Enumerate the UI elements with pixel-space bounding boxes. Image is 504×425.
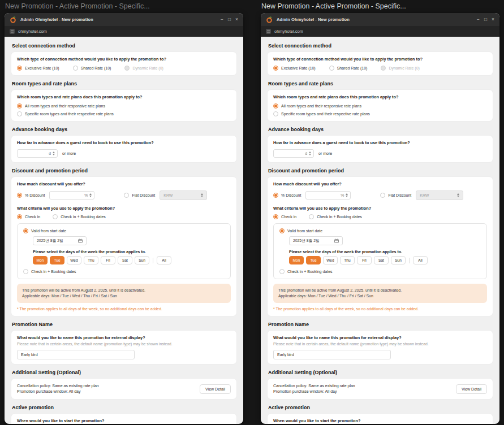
radio-specific-rooms[interactable]: Specific room types and their respective… (273, 111, 487, 116)
day-sun-button[interactable]: Sun (135, 256, 149, 264)
percent-stepper[interactable]: % (305, 191, 351, 200)
radio-icon[interactable] (124, 193, 129, 198)
day-mon-button[interactable]: Mon (33, 256, 48, 264)
section-heading-active: Active promotion (12, 405, 236, 411)
day-all-button[interactable]: All (413, 256, 428, 264)
day-sun-button[interactable]: Sun (391, 256, 406, 264)
radio-flat-discount[interactable]: Flat Discount (124, 193, 155, 198)
percent-input[interactable] (52, 193, 83, 197)
section-heading-rooms: Room types and rate plans (268, 81, 492, 87)
maximize-icon[interactable]: □ (484, 17, 487, 22)
discount-question: How much discount will you offer? (17, 181, 231, 187)
radio-check-in[interactable]: Check in (273, 214, 296, 219)
radio-exclusive-rate[interactable]: Exclusive Rate (10) (17, 66, 59, 71)
day-thu-button[interactable]: Thu (84, 256, 98, 264)
day-all-button[interactable]: All (157, 256, 171, 264)
view-detail-button[interactable]: View Detail (200, 384, 231, 394)
connection-card: Which type of connection method would yo… (268, 52, 493, 75)
radio-icon[interactable] (23, 228, 28, 233)
left-titlebar[interactable]: Admin Ohmyhotel - New promotion − □ × (5, 13, 243, 26)
radio-icon[interactable] (53, 214, 58, 219)
stepper-arrows-icon (201, 193, 203, 198)
radio-icon[interactable] (273, 193, 278, 198)
radio-icon[interactable] (17, 66, 22, 71)
radio-checkin-booking-2[interactable]: Check in + Booking dates (279, 269, 481, 274)
radio-icon[interactable] (17, 193, 22, 198)
section-heading-discount: Discount and promotion period (12, 168, 236, 174)
section-heading-additional: Additional Setting (Optional) (12, 370, 236, 376)
calendar-icon[interactable] (78, 238, 83, 243)
radio-icon[interactable] (17, 103, 22, 109)
radio-checkin-booking-2[interactable]: Check in + Booking dates (23, 269, 225, 274)
radio-icon[interactable] (329, 66, 334, 71)
promotion-notice: This promotion will be active from Augus… (273, 284, 487, 303)
radio-icon[interactable] (273, 103, 278, 109)
radio-icon[interactable] (17, 214, 22, 219)
advance-days-input[interactable] (276, 151, 303, 155)
advance-days-stepper[interactable]: d (273, 149, 314, 158)
stepper-arrows-icon[interactable] (346, 193, 348, 198)
start-date-picker[interactable]: 2025년 8월 2일 (33, 236, 87, 245)
radio-all-rooms[interactable]: All room types and their responsive rate… (17, 103, 231, 109)
stepper-arrows-icon[interactable] (89, 193, 92, 198)
calendar-icon[interactable] (334, 238, 339, 243)
promotion-name-input[interactable] (17, 350, 135, 359)
radio-checkin-booking[interactable]: Check in + Booking dates (53, 214, 106, 219)
radio-icon[interactable] (279, 269, 285, 274)
radio-flat-discount[interactable]: Flat Discount (380, 193, 411, 198)
radio-icon[interactable] (23, 269, 28, 274)
percent-input[interactable] (308, 193, 339, 197)
promotion-name-input[interactable] (273, 350, 391, 359)
minimize-icon[interactable]: − (477, 17, 480, 22)
radio-icon[interactable] (279, 228, 285, 233)
day-tue-button[interactable]: Tue (306, 256, 321, 264)
minimize-icon[interactable]: − (221, 17, 223, 22)
right-titlebar[interactable]: Admin Ohmyhotel - New promotion − □ × (261, 13, 499, 26)
close-icon[interactable]: × (492, 17, 494, 22)
left-urlbar[interactable]: ohmyhotel.com (5, 26, 243, 37)
day-sat-button[interactable]: Sat (118, 256, 132, 264)
stepper-arrows-icon[interactable] (309, 151, 311, 156)
day-thu-button[interactable]: Thu (340, 256, 355, 264)
radio-shared-rate[interactable]: Shared Rate (10) (329, 66, 368, 71)
advance-days-stepper[interactable]: d (17, 149, 58, 158)
maximize-icon[interactable]: □ (228, 17, 231, 22)
discount-card: How much discount will you offer? % Disc… (268, 177, 493, 316)
radio-percent-discount[interactable]: % Discount (273, 193, 301, 198)
radio-icon[interactable] (380, 193, 385, 198)
left-window-caption: New Promotion - Active Promotion - Speci… (5, 2, 243, 11)
section-heading-advance: Advance booking days (12, 127, 236, 133)
day-tue-button[interactable]: Tue (50, 256, 64, 264)
day-fri-button[interactable]: Fri (101, 256, 115, 264)
radio-checkin-booking[interactable]: Check in + Booking dates (309, 214, 362, 219)
advance-days-input[interactable] (20, 151, 47, 155)
divider (409, 258, 410, 263)
day-wed-button[interactable]: Wed (67, 256, 81, 264)
radio-shared-rate[interactable]: Shared Rate (10) (73, 66, 111, 71)
radio-icon[interactable] (73, 66, 78, 71)
radio-icon[interactable] (17, 111, 22, 116)
criteria-question: What criteria will you use to apply the … (273, 206, 487, 211)
start-date-picker[interactable]: 2025년 8월 2일 (289, 236, 343, 245)
stepper-arrows-icon[interactable] (53, 151, 55, 156)
radio-exclusive-rate[interactable]: Exclusive Rate (10) (273, 66, 316, 71)
radio-icon[interactable] (273, 66, 278, 71)
day-fri-button[interactable]: Fri (357, 256, 372, 264)
window-controls: − □ × (221, 17, 238, 22)
radio-icon[interactable] (273, 111, 278, 116)
right-urlbar[interactable]: ohmyhotel.com (261, 26, 499, 37)
radio-percent-discount[interactable]: % Discount (17, 193, 45, 198)
radio-icon[interactable] (309, 214, 314, 219)
radio-specific-rooms[interactable]: Specific room types and their respective… (17, 111, 231, 116)
radio-all-rooms[interactable]: All room types and their responsive rate… (273, 103, 487, 109)
day-mon-button[interactable]: Mon (289, 256, 304, 264)
radio-valid-from-start[interactable]: Valid from start date (23, 228, 225, 233)
close-icon[interactable]: × (235, 17, 238, 22)
day-sat-button[interactable]: Sat (374, 256, 389, 264)
radio-valid-from-start[interactable]: Valid from start date (279, 228, 481, 233)
view-detail-button[interactable]: View Detail (456, 384, 487, 394)
radio-icon[interactable] (273, 214, 278, 219)
percent-stepper[interactable]: % (49, 191, 94, 200)
radio-check-in[interactable]: Check in (17, 214, 40, 219)
day-wed-button[interactable]: Wed (323, 256, 338, 264)
